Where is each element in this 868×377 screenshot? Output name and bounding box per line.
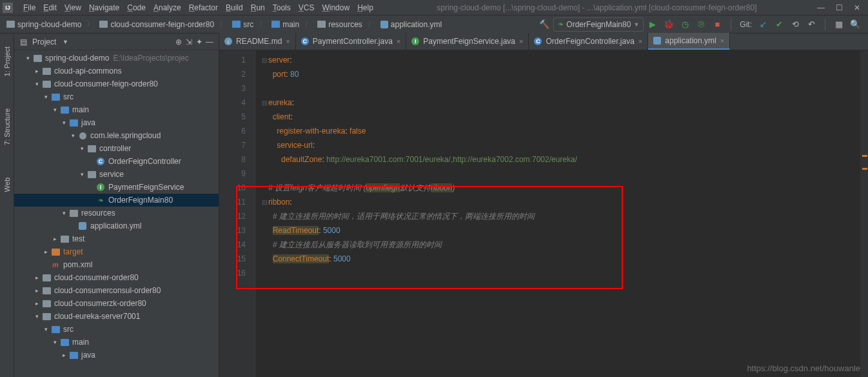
line-number: 6 (219, 124, 246, 138)
close-tab-icon[interactable]: × (720, 37, 724, 45)
tree-row[interactable]: ▾main (14, 336, 219, 349)
code-line (262, 167, 868, 181)
code-line: ⊟eureka: (262, 96, 868, 110)
tree-row[interactable]: ▸cloud-consumerzk-order80 (14, 297, 219, 310)
editor-tab[interactable]: COrderFeignController.java× (529, 33, 648, 50)
menu-help[interactable]: Help (353, 3, 377, 12)
tree-row[interactable]: ▾resources (14, 207, 219, 219)
hammer-icon[interactable]: 🔨 (539, 19, 549, 30)
project-tree[interactable]: ▾spring-cloud-demoE:\IdeaProjects\projec… (14, 50, 219, 377)
vcs-history-icon[interactable]: ⟲ (790, 19, 800, 30)
menu-file[interactable]: File (19, 3, 39, 12)
tree-row[interactable]: ▸cloud-api-commons (14, 65, 219, 77)
tree-row[interactable]: ▾service (14, 168, 219, 181)
tree-row[interactable]: COrderFeignController (14, 155, 219, 168)
breadcrumb-segment[interactable]: spring-cloud-demo (4, 19, 84, 30)
code-content[interactable]: ⊟server: port: 80 ⊟eureka: client: regis… (255, 50, 868, 377)
stop-button[interactable]: ■ (712, 19, 722, 30)
breadcrumb-segment[interactable]: resources (315, 19, 365, 30)
menu-view[interactable]: View (61, 3, 85, 12)
minimize-button[interactable]: — (816, 3, 825, 12)
line-number: 2 (219, 67, 246, 81)
project-panel: ▤ Project ▼ ⊕ ⇲ ✦ — ▾spring-cloud-demoE:… (14, 34, 219, 377)
breadcrumb-segment[interactable]: main (269, 19, 302, 30)
expand-icon[interactable]: ⇲ (184, 37, 194, 46)
tree-row[interactable]: ▸cloud-consumerconsul-order80 (14, 284, 219, 297)
git-label: Git: (740, 19, 752, 30)
editor-tabs: ↓README.md×CPaymentController.java×IPaym… (219, 34, 868, 50)
close-tab-icon[interactable]: × (638, 37, 642, 45)
code-line: service-url: (262, 138, 868, 152)
tree-row[interactable]: mpom.xml (14, 258, 219, 271)
close-button[interactable]: ✕ (853, 3, 862, 12)
editor-tab[interactable]: CPaymentController.java× (296, 33, 407, 50)
run-button[interactable]: ▶ (647, 19, 658, 30)
tree-row[interactable]: ▾cloud-consumer-feign-order80 (14, 77, 219, 90)
project-panel-title: Project (32, 37, 56, 46)
tool-window-button[interactable]: Web (3, 178, 11, 192)
tree-row[interactable]: IPaymentFeignService (14, 181, 219, 194)
close-tab-icon[interactable]: × (519, 37, 523, 45)
breadcrumb-separator: 〉 (303, 19, 313, 30)
editor-tab[interactable]: IPaymentFeignService.java× (406, 33, 529, 50)
ide-settings-icon[interactable]: ▦ (834, 19, 844, 30)
menu-build[interactable]: Build (222, 3, 247, 12)
menu-analyze[interactable]: Analyze (150, 3, 185, 12)
locate-icon[interactable]: ⊕ (173, 37, 184, 46)
tree-row[interactable]: ▾src (14, 323, 219, 336)
tree-row[interactable]: ▸target (14, 245, 219, 258)
gear-icon[interactable]: ✦ (194, 37, 204, 46)
tree-row[interactable]: ▾cloud-eureka-server7001 (14, 310, 219, 323)
tree-row[interactable]: ▾spring-cloud-demoE:\IdeaProjects\projec (14, 52, 219, 65)
menu-refactor[interactable]: Refactor (185, 3, 222, 12)
editor-tab[interactable]: ↓README.md× (219, 33, 296, 50)
chevron-down-icon[interactable]: ▼ (60, 39, 70, 45)
window-controls: — ☐ ✕ (816, 3, 865, 12)
hide-panel-icon[interactable]: — (204, 37, 215, 46)
menu-vcs[interactable]: VCS (295, 3, 319, 12)
run-config-selector[interactable]: ❧ OrderFeignMain80 ▼ (553, 17, 644, 32)
tool-window-button[interactable]: 7: Structure (3, 108, 11, 145)
menu-edit[interactable]: Edit (39, 3, 61, 12)
breadcrumb-segment[interactable]: src (230, 19, 256, 30)
tool-window-button[interactable]: 1: Project (3, 46, 11, 76)
tree-row[interactable]: ▾main (14, 103, 219, 116)
breadcrumb-segment[interactable]: cloud-consumer-feign-order80 (97, 19, 217, 30)
tree-row[interactable]: ▾controller (14, 142, 219, 155)
code-line: ReadTimeout: 5000 (262, 223, 868, 238)
menu-code[interactable]: Code (123, 3, 150, 12)
search-everywhere-icon[interactable]: 🔍 (850, 19, 860, 30)
editor-tab[interactable]: application.yml× (648, 33, 730, 50)
code-line: client: (262, 110, 868, 124)
divider (825, 19, 825, 30)
menu-run[interactable]: Run (247, 3, 269, 12)
tree-row[interactable]: ▾src (14, 90, 219, 103)
tree-row[interactable]: ▸test (14, 232, 219, 245)
menu-window[interactable]: Window (318, 3, 353, 12)
breadcrumb-separator: 〉 (85, 19, 95, 30)
line-number: 10 (219, 181, 246, 195)
leaf-icon: ❧ (558, 20, 564, 28)
tree-row[interactable]: ▸java (14, 349, 219, 362)
tree-row[interactable]: ▾com.lele.springcloud (14, 129, 219, 142)
menu-navigate[interactable]: Navigate (85, 3, 123, 12)
vcs-revert-icon[interactable]: ↶ (806, 19, 816, 30)
close-tab-icon[interactable]: × (286, 37, 290, 45)
debug-button[interactable]: 🐞 (664, 19, 674, 30)
tree-row[interactable]: ▾java (14, 116, 219, 129)
tree-row[interactable]: ❧OrderFeignMain80 (14, 194, 219, 207)
profile-button[interactable]: ⧁ (696, 19, 706, 30)
tree-row[interactable]: application.yml (14, 219, 219, 232)
breadcrumb-separator: 〉 (257, 19, 268, 30)
menu-tools[interactable]: Tools (269, 3, 295, 12)
maximize-button[interactable]: ☐ (834, 3, 843, 12)
vcs-commit-icon[interactable]: ✔ (774, 19, 784, 30)
minimap[interactable] (860, 50, 868, 377)
breadcrumb-segment[interactable]: application.yml (378, 19, 444, 30)
code-area: 12345678910111213141516 ⊟server: port: 8… (219, 50, 868, 377)
coverage-button[interactable]: ◷ (680, 19, 690, 30)
editor: ↓README.md×CPaymentController.java×IPaym… (219, 34, 868, 377)
close-tab-icon[interactable]: × (397, 37, 400, 45)
tree-row[interactable]: ▸cloud-consumer-order80 (14, 271, 219, 284)
vcs-update-icon[interactable]: ↙ (758, 19, 768, 30)
